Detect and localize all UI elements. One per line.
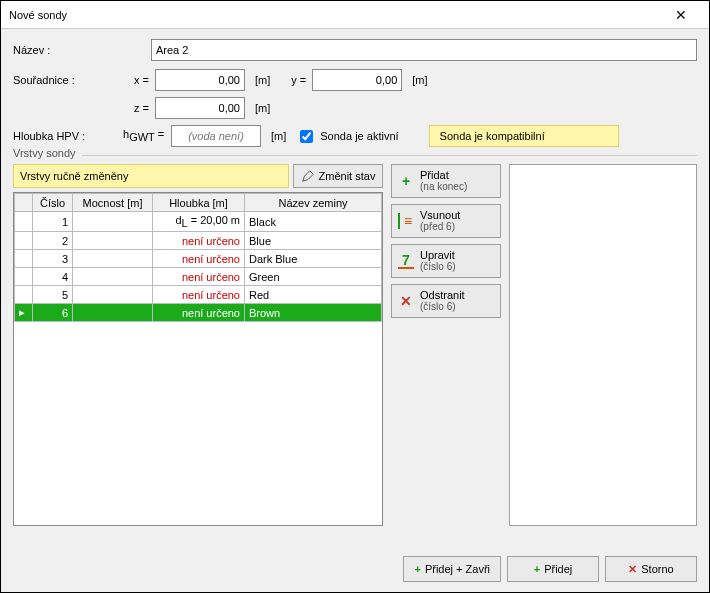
name-input[interactable]	[151, 39, 697, 61]
cancel-button[interactable]: ✕Storno	[605, 556, 697, 582]
x-label: x =	[123, 74, 155, 86]
table-row[interactable]: 4není určenoGreen	[15, 268, 382, 286]
active-label: Sonda je aktivní	[320, 130, 398, 142]
y-input[interactable]	[312, 69, 402, 91]
name-label: Název :	[13, 44, 123, 56]
add-layer-button[interactable]: + Přidat(na konec)	[391, 164, 501, 198]
col-thick[interactable]: Mocnost [m]	[73, 194, 153, 212]
pencil-icon	[301, 169, 315, 183]
insert-icon: ≡	[398, 213, 414, 229]
close-button[interactable]: ✕	[661, 2, 701, 28]
remove-layer-button[interactable]: ✕ Odstranit(číslo 6)	[391, 284, 501, 318]
plus-icon: +	[398, 173, 414, 189]
preview-pane	[509, 164, 697, 526]
window-title: Nové sondy	[9, 9, 661, 21]
dialog-window: Nové sondy ✕ Název : Souřadnice : x = [m…	[0, 0, 710, 593]
table-row[interactable]: 1dL = 20,00 mBlack	[15, 212, 382, 232]
x-icon: ✕	[628, 563, 637, 576]
edit-icon: 7	[398, 253, 414, 269]
table-row[interactable]: 2není určenoBlue	[15, 232, 382, 250]
layers-grid[interactable]: Číslo Mocnost [m] Hloubka [m] Název zemi…	[13, 192, 383, 526]
table-row[interactable]: ▸6není určenoBrown	[15, 304, 382, 322]
col-soil[interactable]: Název zeminy	[245, 194, 382, 212]
x-unit: [m]	[245, 74, 280, 86]
footer: +Přidej + Zavři +Přidej ✕Storno	[403, 556, 697, 582]
add-and-close-button[interactable]: +Přidej + Zavři	[403, 556, 501, 582]
add-button[interactable]: +Přidej	[507, 556, 599, 582]
depth-label: Hloubka HPV :	[13, 130, 123, 142]
x-input[interactable]	[155, 69, 245, 91]
titlebar: Nové sondy ✕	[1, 1, 709, 29]
z-unit: [m]	[245, 102, 280, 114]
table-row[interactable]: 5není určenoRed	[15, 286, 382, 304]
layers-legend: Vrstvy sondy	[13, 147, 82, 159]
y-label: y =	[280, 74, 312, 86]
table-row[interactable]: 3není určenoDark Blue	[15, 250, 382, 268]
active-checkbox[interactable]	[300, 130, 313, 143]
layer-actions: + Přidat(na konec) ≡ Vsunout(před 6) 7 U…	[391, 164, 501, 526]
col-num[interactable]: Číslo	[33, 194, 73, 212]
remove-icon: ✕	[398, 293, 414, 309]
content: Název : Souřadnice : x = [m] y = [m] z =…	[1, 29, 709, 534]
depth-input[interactable]	[171, 125, 261, 147]
depth-unit: [m]	[261, 130, 296, 142]
compat-badge: Sonda je kompatibilní	[429, 125, 619, 147]
edit-layer-button[interactable]: 7 Upravit(číslo 6)	[391, 244, 501, 278]
layers-fieldset: Vrstvy sondy Vrstvy ručně změněny Změnit…	[13, 155, 697, 526]
plus-icon: +	[414, 563, 420, 575]
coord-label: Souřadnice :	[13, 74, 123, 86]
layers-status: Vrstvy ručně změněny	[13, 164, 289, 188]
insert-layer-button[interactable]: ≡ Vsunout(před 6)	[391, 204, 501, 238]
col-depth[interactable]: Hloubka [m]	[153, 194, 245, 212]
z-input[interactable]	[155, 97, 245, 119]
depth-symbol: hGWT =	[123, 128, 171, 143]
z-label: z =	[123, 102, 155, 114]
col-marker	[15, 194, 33, 212]
change-state-button[interactable]: Změnit stav	[293, 164, 383, 188]
y-unit: [m]	[402, 74, 437, 86]
plus-icon: +	[534, 563, 540, 575]
